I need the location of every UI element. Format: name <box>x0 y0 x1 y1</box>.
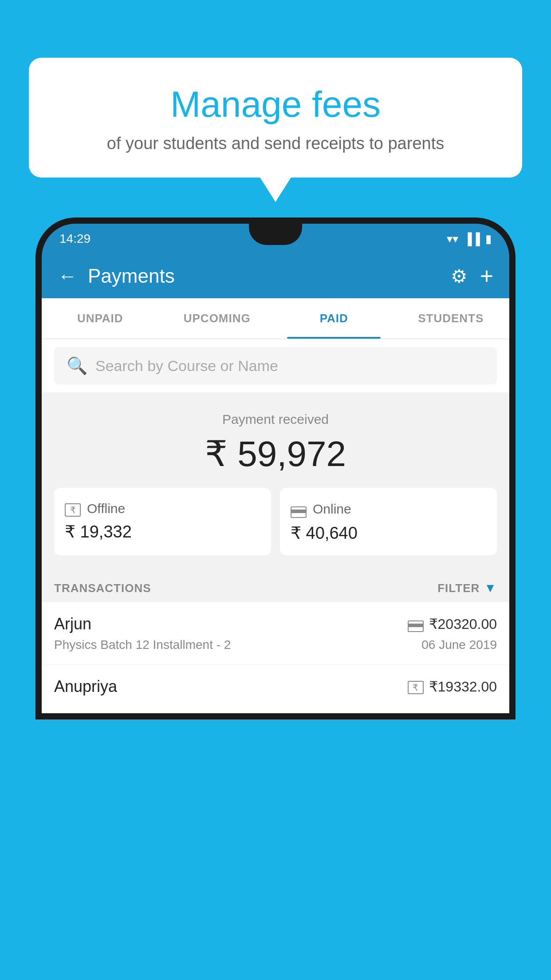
background: Manage fees of your students and send re… <box>0 0 551 980</box>
payment-summary: Payment received ₹ 59,972 ₹ Offline ₹ 19 <box>42 392 509 569</box>
tab-students[interactable]: STUDENTS <box>393 298 510 339</box>
offline-card: ₹ Offline ₹ 19,332 <box>54 488 271 555</box>
transaction-item-1[interactable]: Arjun ₹20320.00 Physics Batch 12 Install… <box>42 602 509 665</box>
wifi-icon: ▾▾ <box>447 232 458 246</box>
online-amount: ₹ 40,640 <box>291 523 486 543</box>
search-bar[interactable]: 🔍 Search by Course or Name <box>54 347 497 384</box>
bubble-subtitle: of your students and send receipts to pa… <box>51 134 500 153</box>
filter-button[interactable]: FILTER ▼ <box>437 581 497 595</box>
settings-icon[interactable] <box>451 265 468 287</box>
phone-container: 14:29 ▾▾ ▐▐ ▮ ← Payments <box>35 217 516 980</box>
filter-icon: ▼ <box>484 581 497 595</box>
online-card-header: Online <box>291 500 486 518</box>
filter-label: FILTER <box>437 581 480 595</box>
transaction-amount-1: ₹20320.00 <box>429 616 497 632</box>
bubble-title: Manage fees <box>51 84 500 124</box>
signal-icon: ▐▐ <box>464 232 480 246</box>
transaction-row2-1: Physics Batch 12 Installment - 2 06 June… <box>54 638 497 652</box>
transaction-name-2: Anupriya <box>54 677 117 696</box>
transaction-item-2[interactable]: Anupriya ₹ ₹19332.00 <box>42 665 509 713</box>
transaction-row1-2: Anupriya ₹ ₹19332.00 <box>54 677 497 696</box>
phone-frame: 14:29 ▾▾ ▐▐ ▮ ← Payments <box>35 217 516 719</box>
back-button[interactable]: ← <box>58 265 77 287</box>
tab-upcoming[interactable]: UPCOMING <box>159 298 276 339</box>
transaction-name-1: Arjun <box>54 615 91 633</box>
app-header: ← Payments <box>42 254 509 298</box>
status-time: 14:29 <box>59 232 91 246</box>
offline-icon: ₹ <box>65 500 81 517</box>
search-placeholder: Search by Course or Name <box>95 357 278 375</box>
transactions-header: TRANSACTIONS FILTER ▼ <box>42 569 509 602</box>
add-icon[interactable] <box>480 263 493 289</box>
status-bar: 14:29 ▾▾ ▐▐ ▮ <box>42 224 509 254</box>
payment-received-label: Payment received <box>54 412 497 427</box>
offline-amount: ₹ 19,332 <box>65 522 260 541</box>
phone-notch <box>249 224 302 245</box>
offline-card-header: ₹ Offline <box>65 500 260 517</box>
header-title: Payments <box>88 265 440 287</box>
transaction-amount-row-1: ₹20320.00 <box>408 616 497 632</box>
transaction-date-1: 06 June 2019 <box>421 638 497 652</box>
payment-total-amount: ₹ 59,972 <box>54 433 497 474</box>
tabs-container: UNPAID UPCOMING PAID STUDENTS <box>42 298 509 339</box>
transaction-amount-2: ₹19332.00 <box>429 678 497 695</box>
transactions-label: TRANSACTIONS <box>54 581 151 595</box>
transaction-row1: Arjun ₹20320.00 <box>54 615 497 633</box>
battery-icon: ▮ <box>485 232 492 246</box>
transaction-desc-1: Physics Batch 12 Installment - 2 <box>54 638 231 652</box>
offline-label: Offline <box>87 501 125 516</box>
payment-cards: ₹ Offline ₹ 19,332 <box>54 488 497 555</box>
online-card: Online ₹ 40,640 <box>280 488 497 555</box>
search-icon: 🔍 <box>67 356 87 375</box>
transaction-amount-row-2: ₹ ₹19332.00 <box>408 678 497 695</box>
header-actions <box>451 263 493 289</box>
tab-paid[interactable]: PAID <box>276 298 393 339</box>
online-icon <box>291 500 307 518</box>
speech-bubble-container: Manage fees of your students and send re… <box>29 58 522 178</box>
search-container: 🔍 Search by Course or Name <box>42 339 509 392</box>
online-label: Online <box>313 502 351 517</box>
transaction-type-icon-1 <box>408 616 424 632</box>
app-content: 🔍 Search by Course or Name Payment recei… <box>42 339 509 713</box>
status-icons: ▾▾ ▐▐ ▮ <box>447 232 492 246</box>
speech-bubble: Manage fees of your students and send re… <box>29 58 522 178</box>
transaction-type-icon-2: ₹ <box>408 680 424 694</box>
tab-unpaid[interactable]: UNPAID <box>42 298 159 339</box>
